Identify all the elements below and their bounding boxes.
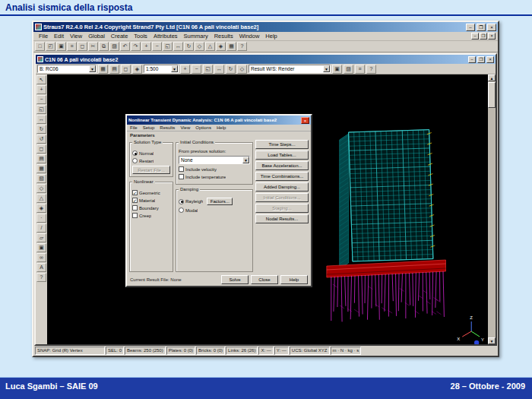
- front-view-icon[interactable]: ◇: [237, 65, 247, 74]
- zoom-box-view-icon[interactable]: ◱: [203, 65, 213, 74]
- mdi-minimize-button[interactable]: –: [471, 33, 479, 40]
- initial-include-temperature-checkbox[interactable]: [179, 174, 184, 179]
- menu-results[interactable]: Results: [211, 32, 236, 40]
- dialog-menu-view[interactable]: View: [180, 125, 190, 130]
- chevron-down-icon[interactable]: ▼: [89, 65, 96, 72]
- redraw-tool-icon[interactable]: ↺: [36, 135, 46, 144]
- menu-help[interactable]: Help: [262, 32, 280, 40]
- menu-edit[interactable]: Edit: [51, 32, 67, 40]
- contour-icon[interactable]: ▨: [344, 65, 353, 74]
- zoom-in-icon[interactable]: +: [141, 42, 151, 51]
- render-icon[interactable]: ◈: [132, 65, 142, 74]
- scroll-thumb[interactable]: [488, 82, 496, 108]
- app-titlebar[interactable]: Straus7 R2.4.0 Rel 2.4 Copyright Strand7…: [33, 22, 498, 32]
- menu-file[interactable]: File: [36, 32, 51, 40]
- new-file-icon[interactable]: □: [35, 42, 45, 51]
- node-tool-icon[interactable]: ·: [36, 214, 46, 223]
- outline-icon[interactable]: ◻: [121, 65, 131, 74]
- view-top-icon[interactable]: △: [205, 42, 215, 51]
- dialog-menu-help[interactable]: Help: [217, 125, 226, 130]
- view-front-icon[interactable]: ◇: [195, 42, 204, 51]
- freedom-case-combo[interactable]: B: RC06▼: [37, 65, 97, 73]
- result-combo[interactable]: Result W/S: Render▼: [249, 65, 331, 73]
- dialog-menu-options[interactable]: Options: [195, 125, 211, 130]
- chevron-down-icon[interactable]: ▼: [323, 65, 330, 72]
- zoom-box-tool-icon[interactable]: ◱: [36, 105, 46, 114]
- paste-icon[interactable]: ▨: [109, 42, 119, 51]
- redo-icon[interactable]: ↷: [131, 42, 141, 51]
- solid-view-icon[interactable]: ▣: [332, 65, 342, 74]
- solution-restart-radio[interactable]: [132, 158, 138, 163]
- rotate-tool-icon[interactable]: ↻: [36, 125, 46, 134]
- menu-tools[interactable]: Tools: [131, 32, 150, 40]
- view-help-icon[interactable]: ?: [366, 65, 376, 74]
- brick-tool-icon[interactable]: ▣: [36, 243, 46, 252]
- menu-global[interactable]: Global: [85, 32, 108, 40]
- close-button[interactable]: ×: [487, 24, 496, 31]
- model-restore-button[interactable]: ❐: [477, 56, 485, 63]
- dialog-close-button[interactable]: ×: [301, 117, 309, 124]
- added-damping-button[interactable]: Added Damping...: [255, 182, 309, 192]
- wireframe-tool-icon[interactable]: ▤: [36, 154, 46, 163]
- hidden-line-tool-icon[interactable]: ▧: [36, 174, 46, 183]
- rotate-icon[interactable]: ↻: [184, 42, 194, 51]
- display-options-icon[interactable]: ▦: [226, 42, 236, 51]
- pan-icon[interactable]: ↔: [173, 42, 183, 51]
- vertical-scrollbar[interactable]: ▲ ▼: [488, 74, 496, 344]
- help-button[interactable]: Help: [280, 275, 308, 284]
- top-view-tool-icon[interactable]: △: [36, 194, 46, 203]
- nonlinear-boundary-checkbox[interactable]: [132, 205, 138, 211]
- initial-include-velocity-checkbox[interactable]: [179, 166, 184, 172]
- menu-view[interactable]: View: [67, 32, 85, 40]
- time-steps-button[interactable]: Time Steps...: [255, 140, 309, 149]
- close-button[interactable]: Close: [251, 275, 278, 284]
- chevron-down-icon[interactable]: ▼: [171, 65, 178, 72]
- help-tool-icon[interactable]: ?: [36, 273, 46, 282]
- label-tool-icon[interactable]: A: [36, 263, 46, 272]
- damping-rayleigh-radio[interactable]: [179, 199, 184, 204]
- zoom-out-view-icon[interactable]: −: [192, 65, 201, 74]
- zoom-in-view-icon[interactable]: +: [180, 65, 190, 74]
- view-iso-icon[interactable]: ◈: [216, 42, 226, 51]
- dialog-menu-results[interactable]: Results: [160, 125, 175, 130]
- chevron-down-icon[interactable]: ▼: [242, 157, 249, 163]
- beam-tool-icon[interactable]: /: [36, 223, 46, 233]
- show-entities-icon[interactable]: ▦: [98, 65, 108, 74]
- view-options-icon[interactable]: ≡: [355, 65, 365, 74]
- solve-button[interactable]: Solve: [221, 275, 249, 284]
- rotate-view-icon[interactable]: ↻: [226, 65, 236, 74]
- time-combinations-button[interactable]: Time Combinations...: [255, 172, 309, 181]
- model-minimize-button[interactable]: –: [468, 56, 476, 63]
- plate-tool-icon[interactable]: ▱: [36, 233, 46, 242]
- scroll-up-button[interactable]: ▲: [488, 74, 496, 81]
- pan-view-icon[interactable]: ↔: [214, 65, 224, 74]
- open-file-icon[interactable]: ◰: [46, 42, 55, 51]
- solution-normal-radio[interactable]: [132, 150, 138, 156]
- menu-summary[interactable]: Summary: [181, 32, 211, 40]
- menu-attributes[interactable]: Attributes: [150, 32, 181, 40]
- nonlinear-geometric-checkbox[interactable]: ✓: [132, 190, 138, 195]
- mdi-restore-button[interactable]: ❐: [480, 33, 487, 40]
- zoom-extents-icon[interactable]: ◱: [163, 42, 173, 51]
- pan-tool-icon[interactable]: ↔: [36, 115, 46, 124]
- iso-view-tool-icon[interactable]: ◈: [36, 204, 46, 213]
- model-close-button[interactable]: ×: [486, 56, 494, 63]
- dialog-menu-setup[interactable]: Setup: [143, 125, 155, 130]
- damping-modal-radio[interactable]: [179, 207, 184, 213]
- model-window-titlebar[interactable]: C1N 06 A pali vincolati base2 – ❐ ×: [36, 55, 496, 64]
- dialog-titlebar[interactable]: Nonlinear Transient Dynamic Analysis: C1…: [127, 116, 311, 125]
- print-icon[interactable]: ≡: [67, 42, 77, 51]
- dialog-menu-file[interactable]: File: [130, 125, 138, 130]
- undo-icon[interactable]: ↶: [120, 42, 130, 51]
- minimize-button[interactable]: –: [466, 24, 475, 31]
- scroll-track[interactable]: [488, 81, 496, 337]
- cut-icon[interactable]: ✂: [88, 42, 98, 51]
- zoom-out-icon[interactable]: −: [152, 42, 162, 51]
- nonlinear-creep-checkbox[interactable]: [132, 213, 138, 218]
- front-view-tool-icon[interactable]: ◇: [36, 184, 46, 193]
- zoom-out-tool-icon[interactable]: −: [36, 95, 46, 104]
- scroll-down-button[interactable]: ▼: [488, 337, 496, 344]
- wireframe-icon[interactable]: ▤: [109, 65, 119, 74]
- preview-icon[interactable]: ◻: [78, 42, 87, 51]
- solid-tool-icon[interactable]: ▦: [36, 164, 46, 173]
